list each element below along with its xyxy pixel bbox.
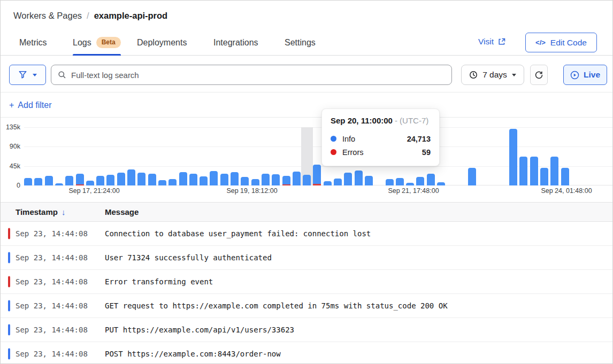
chart-bar[interactable] — [365, 176, 373, 185]
chart-bar[interactable] — [509, 129, 517, 185]
chart-bar[interactable] — [324, 181, 332, 185]
chart-bar[interactable] — [86, 181, 94, 185]
tab-integrations[interactable]: Integrations — [213, 30, 258, 55]
chart-bar-error-segment — [313, 184, 321, 185]
tab-logs[interactable]: Logs Beta — [73, 30, 121, 55]
gridline-135k — [24, 127, 613, 128]
tab-deployments[interactable]: Deployments — [137, 30, 187, 55]
log-table-row[interactable]: Sep 23, 14:44:08POST https://example.com… — [1, 342, 612, 363]
chart-bar[interactable] — [127, 169, 135, 185]
chart-bar[interactable] — [334, 179, 342, 185]
chart-bar[interactable] — [251, 179, 259, 185]
tooltip-label: Info — [342, 135, 355, 143]
log-message: PUT https://example.com/api/v1/users/336… — [105, 326, 294, 334]
info-dot-icon — [331, 136, 336, 142]
log-timestamp: Sep 23, 14:44:08 — [1, 326, 105, 334]
beta-badge: Beta — [96, 37, 121, 48]
breadcrumb-section[interactable]: Workers & Pages — [13, 11, 82, 20]
log-message: POST https://example.com:8443/order-now — [105, 350, 281, 358]
x-axis-tick: Sep 17, 21:24:00 — [68, 187, 119, 195]
chart-bar[interactable] — [406, 183, 414, 185]
visit-label: Visit — [478, 37, 494, 47]
chart-bar[interactable] — [148, 174, 156, 185]
tab-label: Settings — [285, 38, 316, 48]
visit-link[interactable]: Visit — [478, 37, 505, 47]
chart-bar[interactable] — [210, 171, 218, 185]
chart-bar[interactable] — [179, 172, 187, 185]
tooltip-value: 24,713 — [407, 135, 431, 143]
log-message: GET request to https://example.com compl… — [105, 301, 448, 310]
chart-bar[interactable] — [262, 174, 270, 185]
chart-bar[interactable] — [519, 157, 527, 185]
log-message: User 71324 successfully authenticated — [105, 253, 272, 262]
chart-bar[interactable] — [550, 157, 558, 185]
chart-bar-highlighted[interactable] — [303, 175, 311, 185]
chart-bar[interactable] — [200, 176, 208, 185]
filter-menu-button[interactable] — [9, 65, 46, 85]
tab-metrics[interactable]: Metrics — [19, 30, 47, 55]
log-table-row[interactable]: Sep 23, 14:44:08PUT https://example.com/… — [1, 318, 612, 342]
chart-bar[interactable] — [344, 173, 352, 185]
chart-bar[interactable] — [468, 168, 476, 185]
chart-bar[interactable] — [34, 178, 42, 185]
chart-bar[interactable] — [355, 171, 363, 185]
search-input[interactable] — [71, 71, 445, 80]
breadcrumb: Workers & Pages/example-api-prod — [13, 11, 167, 21]
chart-bar[interactable] — [220, 174, 228, 185]
log-table-row[interactable]: Sep 23, 14:44:08User 71324 successfully … — [1, 246, 612, 270]
x-axis-tick: Sep 24, 01:48:00 — [541, 187, 592, 195]
chart-bar[interactable] — [189, 174, 197, 185]
chart-bar[interactable] — [117, 173, 125, 185]
chart-bar[interactable] — [231, 172, 239, 185]
chart-bar[interactable] — [561, 168, 569, 185]
live-button[interactable]: Live — [563, 65, 607, 85]
chart-bar[interactable] — [96, 176, 104, 185]
chart-bar[interactable] — [45, 176, 53, 185]
chart-bar[interactable] — [168, 179, 177, 185]
live-label: Live — [584, 70, 600, 80]
chart-bar[interactable] — [24, 178, 32, 185]
time-range-value: 7 days — [482, 70, 507, 80]
chart-bar[interactable] — [437, 182, 445, 185]
chart-bar[interactable] — [137, 173, 145, 185]
chart-bar[interactable] — [272, 174, 280, 185]
clock-icon — [469, 71, 478, 79]
chart-bar[interactable] — [416, 177, 424, 185]
errors-dot-icon — [331, 149, 336, 155]
chart-bar[interactable] — [530, 157, 538, 185]
chart-bar[interactable] — [241, 177, 249, 185]
tab-bar: Metrics Logs Beta Deployments Integratio… — [1, 30, 612, 56]
refresh-button[interactable] — [530, 65, 548, 85]
add-filter-button[interactable]: + Add filter — [9, 100, 51, 110]
sort-descending-icon[interactable]: ↓ — [62, 207, 66, 216]
column-header-message[interactable]: Message — [105, 207, 139, 216]
tab-settings[interactable]: Settings — [285, 30, 316, 55]
column-header-timestamp[interactable]: Timestamp ↓ — [1, 207, 105, 216]
tooltip-label: Errors — [342, 148, 363, 157]
chart-bar[interactable] — [282, 176, 290, 185]
chart-bar[interactable] — [55, 183, 63, 185]
chart-bar[interactable] — [313, 165, 321, 185]
log-table-row[interactable]: Sep 23, 14:44:08GET request to https://e… — [1, 294, 612, 318]
tab-label: Logs — [73, 38, 91, 48]
funnel-icon — [18, 71, 27, 79]
log-level-indicator-error — [8, 228, 10, 239]
log-table-row[interactable]: Sep 23, 14:44:08Connection to database u… — [1, 222, 612, 246]
plus-icon: + — [9, 100, 14, 110]
log-level-indicator-info — [8, 300, 10, 312]
chart-bar[interactable] — [158, 180, 166, 185]
edit-code-button[interactable]: </> Edit Code — [525, 33, 597, 52]
play-circle-icon — [570, 71, 579, 80]
chart-bar[interactable] — [65, 176, 73, 185]
chart-bar[interactable] — [76, 174, 84, 185]
chart-bar[interactable] — [106, 175, 114, 185]
log-table-row[interactable]: Sep 23, 14:44:08Error transforming event — [1, 270, 612, 294]
time-range-dropdown[interactable]: 7 days — [461, 65, 524, 85]
chart-bar[interactable] — [293, 172, 301, 185]
chart-bar[interactable] — [396, 178, 404, 185]
chart-bar[interactable] — [427, 174, 435, 185]
chart-bar[interactable] — [386, 179, 394, 185]
chart-bar[interactable] — [540, 168, 548, 185]
breadcrumb-separator: / — [87, 11, 89, 20]
refresh-icon — [534, 71, 543, 80]
